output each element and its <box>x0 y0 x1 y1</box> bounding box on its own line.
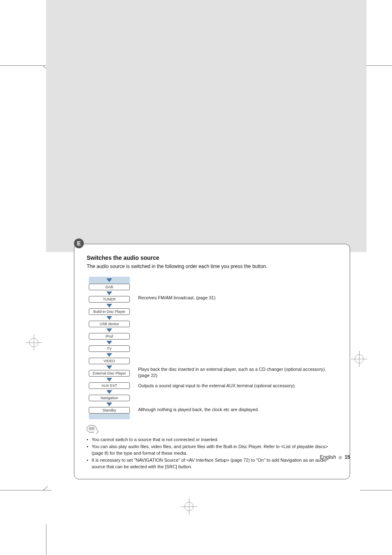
flow-box-dab: DAB <box>89 284 130 290</box>
arrow-icon <box>89 277 130 284</box>
flow-container: DAB TUNER Build-in Disc Player USB devic… <box>87 277 337 419</box>
flow-box-video: VIDEO <box>89 358 130 364</box>
arrow-icon <box>89 340 130 345</box>
note-text: You cannot switch to a source that is no… <box>92 437 218 443</box>
arrow-icon <box>89 303 130 308</box>
arrow-icon <box>89 315 130 321</box>
arrow-icon <box>89 327 130 333</box>
page-footer: English 15 <box>74 454 350 460</box>
page-gray-bg <box>46 0 367 252</box>
arrow-icon <box>89 401 130 407</box>
note-icon <box>87 425 337 434</box>
flow-box-ipod: iPod <box>89 333 130 340</box>
crop-line <box>0 65 51 66</box>
arrow-icon <box>89 377 130 382</box>
section-audio-source: Switches the audio source The audio sour… <box>74 244 350 479</box>
print-mark-bottom <box>181 498 197 515</box>
flow-box-external: External Disc Player <box>89 370 130 377</box>
flow-box-nav: Navigation <box>89 395 130 401</box>
footer-page-number: 15 <box>345 454 350 460</box>
flow-box-aux: AUX EXT <box>89 382 130 389</box>
arrow-icon <box>89 389 130 395</box>
flow-box-tuner: TUNER <box>89 296 130 303</box>
desc-tuner: Receives FM/AM broadcast. (page 31) <box>138 295 337 301</box>
flow-box-usb: USB device <box>89 321 130 327</box>
arrow-icon <box>89 364 130 370</box>
flow-box-builtin: Build-in Disc Player <box>89 308 130 315</box>
flow-box-standby: Standby <box>89 407 130 414</box>
description-column: Receives FM/AM broadcast. (page 31) Play… <box>138 277 337 419</box>
arrow-icon <box>89 352 130 358</box>
print-mark-right <box>351 351 367 367</box>
print-mark-left <box>25 334 42 351</box>
flow-end-block <box>89 414 130 419</box>
flow-box-tv: TV <box>89 345 130 352</box>
section-subtitle: The audio source is switched in the foll… <box>87 264 337 269</box>
desc-standby: Although nothing is played back, the clo… <box>138 407 337 413</box>
flow-column: DAB TUNER Build-in Disc Player USB devic… <box>87 277 132 419</box>
section-badge: E <box>74 238 84 248</box>
crop-line <box>360 490 392 490</box>
section-title: Switches the audio source <box>87 254 337 261</box>
note-item: •You cannot switch to a source that is n… <box>87 437 337 443</box>
crop-line <box>46 524 46 555</box>
arrow-icon <box>89 290 130 296</box>
desc-external: Plays back the disc inserted in an exter… <box>138 366 337 379</box>
footer-dot-icon <box>339 456 342 459</box>
desc-aux: Outputs a sound signal input to the exte… <box>138 383 337 389</box>
crop-line <box>0 490 51 490</box>
notes-list: •You cannot switch to a source that is n… <box>87 437 337 470</box>
footer-language: English <box>320 454 336 460</box>
